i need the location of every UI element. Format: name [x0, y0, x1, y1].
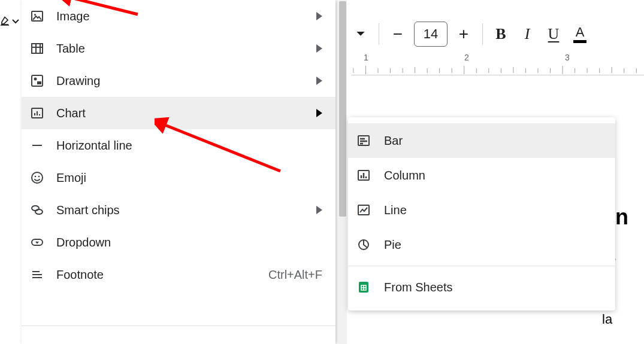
toolbar-separator [482, 23, 483, 45]
smart-chips-icon [30, 203, 44, 217]
font-color-button[interactable]: A [568, 22, 592, 46]
menu-item-label: From Sheets [384, 281, 602, 294]
svg-rect-5 [37, 81, 41, 84]
insert-menu-smart-chips[interactable]: Smart chips [22, 194, 335, 226]
font-size-input[interactable]: 14 [414, 22, 448, 47]
submenu-indicator-icon [316, 109, 322, 117]
chevron-down-icon [356, 29, 365, 39]
line-chart-icon [356, 203, 371, 217]
chevron-down-icon [12, 18, 19, 25]
insert-menu-emoji[interactable]: Emoji [22, 162, 335, 194]
text-color-icon: A [576, 26, 585, 39]
menu-item-label: Dropdown [56, 236, 322, 249]
menu-separator [22, 325, 335, 326]
chart-submenu-from-sheets[interactable]: From Sheets [348, 270, 615, 305]
insert-menu: Image Table Drawing Chart Horizontal lin… [22, 0, 335, 344]
color-swatch [573, 40, 586, 43]
menu-item-label: Emoji [56, 171, 322, 185]
menu-item-label: Pie [384, 238, 602, 252]
left-edge-toolbar-fragment [0, 0, 22, 344]
ruler-label: 3 [565, 53, 570, 62]
underline-button[interactable]: U [542, 22, 566, 46]
ruler[interactable]: 1 2 3 [351, 54, 644, 75]
menu-item-label: Column [384, 169, 602, 182]
menu-scrollbar[interactable] [338, 0, 347, 344]
formatting-toolbar: − 14 + B I U A [349, 0, 644, 54]
svg-point-8 [32, 172, 43, 183]
svg-rect-2 [32, 44, 43, 53]
svg-point-4 [34, 78, 37, 81]
font-size-group: − 14 + [385, 22, 476, 47]
image-icon [30, 9, 44, 23]
paragraph-text: la [602, 309, 644, 330]
pie-chart-icon [356, 238, 371, 252]
menu-item-label: Table [56, 42, 316, 56]
ruler-label: 2 [464, 53, 469, 62]
ruler-label: 1 [364, 53, 368, 62]
menu-item-label: Chart [56, 106, 316, 120]
insert-menu-dropdown[interactable]: Dropdown [22, 226, 335, 258]
chart-icon [30, 106, 44, 120]
dropdown-icon [30, 235, 44, 249]
svg-point-10 [38, 176, 40, 178]
svg-point-12 [35, 209, 43, 214]
font-size-decrease-button[interactable]: − [385, 22, 410, 47]
emoji-icon [30, 171, 44, 185]
menu-item-label: Smart chips [56, 203, 316, 217]
table-icon [30, 41, 44, 56]
chart-submenu-pie[interactable]: Pie [348, 227, 615, 262]
chart-submenu: Bar Column Line Pie From Sheets [348, 117, 615, 310]
font-family-dropdown-arrow[interactable] [349, 22, 373, 46]
menu-item-shortcut: Ctrl+Alt+F [268, 268, 322, 282]
submenu-indicator-icon [316, 206, 322, 214]
toolbar-separator [379, 23, 379, 45]
submenu-indicator-icon [316, 77, 322, 85]
bar-chart-icon [356, 133, 371, 148]
drawing-icon [30, 74, 44, 88]
highlight-color-icon [0, 16, 11, 28]
menu-separator [348, 266, 615, 266]
menu-item-label: Horizontal line [56, 139, 322, 153]
bold-button[interactable]: B [489, 22, 513, 46]
menu-item-label: Image [56, 10, 316, 23]
chart-submenu-bar[interactable]: Bar [348, 123, 615, 158]
highlight-color-button-fragment[interactable] [0, 16, 19, 28]
menu-item-label: Bar [384, 134, 602, 148]
svg-rect-3 [32, 75, 43, 86]
font-size-increase-button[interactable]: + [451, 22, 476, 47]
insert-menu-table[interactable]: Table [22, 32, 335, 65]
menu-item-label: Footnote [56, 268, 268, 282]
paragraph-text: placer. [602, 340, 644, 344]
sheets-icon [356, 280, 371, 294]
insert-menu-chart[interactable]: Chart [22, 97, 335, 129]
chart-submenu-line[interactable]: Line [348, 193, 615, 227]
scrollbar-thumb[interactable] [339, 1, 346, 217]
menu-item-label: Line [384, 203, 602, 217]
menu-item-label: Drawing [56, 74, 316, 88]
submenu-indicator-icon [316, 44, 322, 53]
horizontal-line-icon [30, 138, 44, 153]
submenu-indicator-icon [316, 12, 322, 20]
footnote-icon [30, 267, 44, 282]
column-chart-icon [356, 168, 371, 182]
svg-point-1 [34, 14, 36, 16]
insert-menu-image[interactable]: Image [22, 0, 335, 32]
insert-menu-footnote[interactable]: Footnote Ctrl+Alt+F [22, 258, 335, 291]
svg-point-9 [35, 176, 37, 178]
chart-submenu-column[interactable]: Column [348, 158, 615, 193]
insert-menu-drawing[interactable]: Drawing [22, 65, 335, 97]
insert-menu-horizontal-line[interactable]: Horizontal line [22, 129, 335, 162]
italic-button[interactable]: I [515, 22, 539, 46]
